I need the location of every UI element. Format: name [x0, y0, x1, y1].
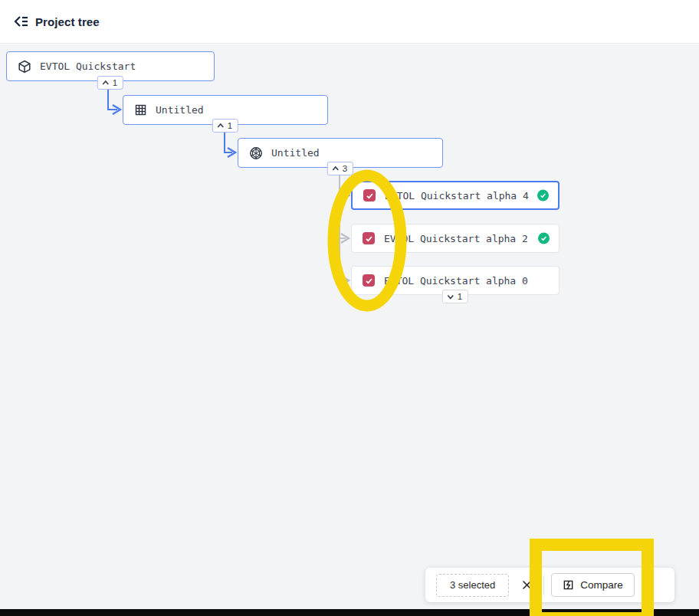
- badge-count: 1: [228, 121, 232, 130]
- sphere-icon: [249, 146, 263, 160]
- badge-count: 3: [343, 164, 347, 173]
- success-status-icon: [537, 190, 549, 202]
- cube-icon: [18, 60, 31, 74]
- compare-button[interactable]: Compare: [551, 573, 635, 597]
- tree-connectors: [0, 0, 699, 616]
- collapse-badge-mesh[interactable]: 1: [212, 119, 238, 133]
- checkbox-checked[interactable]: [363, 189, 376, 202]
- close-icon: [522, 580, 532, 590]
- compare-icon: [563, 579, 574, 591]
- tree-node-alpha-2[interactable]: EVTOL Quickstart alpha 2: [351, 224, 560, 253]
- node-label: Untitled: [271, 147, 320, 159]
- expand-badge-children[interactable]: 1: [442, 290, 468, 303]
- selected-count-label: 3 selected: [450, 579, 495, 591]
- chevron-up-icon: [332, 165, 340, 172]
- chevron-up-icon: [217, 122, 225, 129]
- check-icon: [365, 234, 373, 243]
- bottom-black-bar: [0, 609, 699, 616]
- check-icon: [540, 235, 547, 242]
- check-icon: [365, 277, 373, 285]
- checkbox-checked[interactable]: [363, 274, 375, 287]
- check-icon: [540, 192, 546, 199]
- collapse-badge-geometry[interactable]: 3: [327, 162, 353, 175]
- node-label: EVTOL Quickstart: [40, 61, 136, 72]
- selection-bar: 3 selected Compare: [425, 568, 674, 602]
- success-status-icon: [538, 233, 550, 244]
- chevron-down-icon: [447, 293, 455, 300]
- collapse-badge-root[interactable]: 1: [97, 76, 123, 90]
- chevron-up-icon: [102, 79, 110, 87]
- page-header: Project tree: [0, 0, 699, 44]
- node-label: EVTOL Quickstart alpha 0: [384, 275, 528, 287]
- divider: [543, 575, 544, 595]
- compare-button-label: Compare: [580, 579, 623, 591]
- tree-node-alpha-4[interactable]: EVTOL Quickstart alpha 4: [351, 181, 560, 210]
- project-tree-icon: [13, 14, 28, 29]
- grid-icon: [134, 103, 147, 116]
- check-icon: [366, 192, 374, 200]
- node-label: EVTOL Quickstart alpha 4: [385, 190, 529, 202]
- page-title: Project tree: [35, 15, 100, 28]
- clear-selection-button[interactable]: [515, 574, 538, 597]
- badge-count: 1: [458, 292, 462, 301]
- badge-count: 1: [113, 78, 117, 87]
- selected-count-chip: 3 selected: [436, 574, 509, 597]
- checkbox-checked[interactable]: [363, 232, 375, 244]
- node-label: Untitled: [156, 104, 204, 116]
- node-label: EVTOL Quickstart alpha 2: [384, 233, 528, 244]
